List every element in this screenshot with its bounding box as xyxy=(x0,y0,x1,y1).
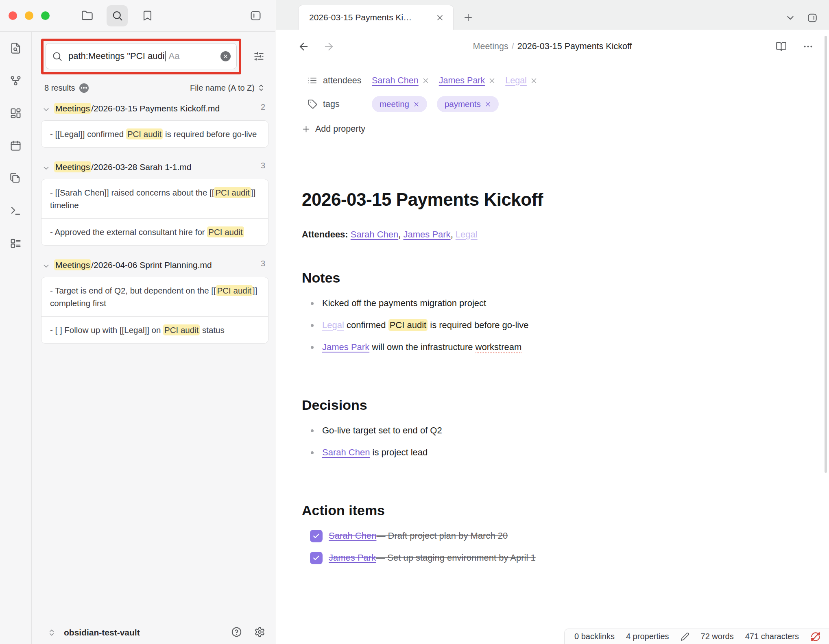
folder-icon[interactable] xyxy=(76,5,98,26)
navigate-forward-icon[interactable] xyxy=(321,39,336,54)
section-heading: Decisions xyxy=(302,397,796,413)
bullet-dot xyxy=(311,451,314,454)
internal-link[interactable]: James Park xyxy=(403,229,450,239)
sync-error-icon[interactable] xyxy=(810,631,821,642)
remove-value-icon[interactable] xyxy=(422,77,429,84)
bookmark-icon[interactable] xyxy=(137,5,158,26)
calendar-icon[interactable] xyxy=(7,137,25,154)
chevron-up-down-icon xyxy=(48,629,56,637)
add-property-button[interactable]: Add property xyxy=(302,124,796,134)
bullet-dot xyxy=(311,324,314,327)
search-query-text: path:Meetings "PCI audi xyxy=(68,51,165,61)
scrollbar-thumb[interactable] xyxy=(825,36,827,473)
search-result-file[interactable]: Meetings/2026-03-28 Sarah 1-1.md3 xyxy=(41,159,268,176)
left-sidebar: path:Meetings "PCI audi Aa 8 results Fil… xyxy=(0,0,275,644)
internal-link[interactable]: Sarah Chen xyxy=(322,447,370,457)
remove-tag-icon[interactable] xyxy=(413,101,419,107)
breadcrumb-parent[interactable]: Meetings xyxy=(473,41,508,51)
property-label: attendees xyxy=(323,76,361,86)
internal-link[interactable]: Legal xyxy=(322,320,344,330)
search-settings-icon[interactable] xyxy=(251,49,266,63)
internal-link[interactable]: Sarah Chen xyxy=(351,229,398,239)
section-heading: Action items xyxy=(302,503,796,518)
clear-search-icon[interactable] xyxy=(220,51,231,61)
collapse-chevron-icon[interactable] xyxy=(42,104,50,115)
search-input[interactable]: path:Meetings "PCI audi Aa xyxy=(46,43,237,69)
property-key[interactable]: tags xyxy=(302,99,372,109)
new-tab-icon[interactable] xyxy=(459,9,477,26)
collapse-left-sidebar-icon[interactable] xyxy=(245,5,266,26)
more-options-icon[interactable] xyxy=(801,39,815,54)
zoom-window-button[interactable] xyxy=(41,11,50,20)
word-count-status: 72 words xyxy=(701,632,734,641)
sidebar-topbar xyxy=(0,0,275,32)
canvas-icon[interactable] xyxy=(7,104,25,122)
tag-pill[interactable]: payments xyxy=(437,96,499,112)
remove-tag-icon[interactable] xyxy=(485,101,491,107)
search-result-snippet[interactable]: - Approved the external consultant hire … xyxy=(41,218,268,245)
search-result-snippet[interactable]: - [[Sarah Chen]] raised concerns about t… xyxy=(41,179,268,218)
internal-link[interactable]: Legal xyxy=(505,76,527,86)
close-tab-icon[interactable] xyxy=(434,11,446,24)
collapse-chevron-icon[interactable] xyxy=(42,260,50,272)
internal-link[interactable]: Sarah Chen xyxy=(329,525,376,547)
tab-list-chevron-icon[interactable] xyxy=(785,13,796,25)
result-file-name: Meetings/2026-04-06 Sprint Planning.md xyxy=(54,258,256,272)
results-count[interactable]: 8 results xyxy=(44,83,89,93)
task-checkbox[interactable] xyxy=(310,530,323,542)
breadcrumb-current[interactable]: 2026-03-15 Payments Kickoff xyxy=(517,41,632,51)
property-key[interactable]: attendees xyxy=(302,76,372,86)
search-result-group: Meetings/2026-03-15 Payments Kickoff.md2… xyxy=(41,100,268,148)
tag-pill[interactable]: meeting xyxy=(372,96,427,112)
expand-right-sidebar-icon[interactable] xyxy=(807,13,818,25)
highlighted-text: Meetings xyxy=(54,259,91,270)
tab-active[interactable]: 2026-03-15 Payments Ki… xyxy=(298,5,454,30)
minimize-window-button[interactable] xyxy=(25,11,33,20)
internal-link[interactable]: Sarah Chen xyxy=(372,76,419,86)
collapse-chevron-icon[interactable] xyxy=(42,162,50,174)
graph-icon[interactable] xyxy=(7,72,25,89)
properties-status[interactable]: 4 properties xyxy=(626,632,669,641)
internal-link[interactable]: James Park xyxy=(329,547,376,569)
highlighted-text: PCI audit xyxy=(207,226,244,237)
task-item: Sarah Chen — Draft project plan by March… xyxy=(302,525,796,547)
help-icon[interactable] xyxy=(231,627,242,639)
search-result-file[interactable]: Meetings/2026-04-06 Sprint Planning.md3 xyxy=(41,257,268,274)
navigate-back-icon[interactable] xyxy=(296,39,311,54)
search-result-group: Meetings/2026-03-28 Sarah 1-1.md3- [[Sar… xyxy=(41,159,268,246)
search-result-snippet[interactable]: - [ ] Follow up with [[Legal]] on PCI au… xyxy=(41,316,268,343)
terminal-icon[interactable] xyxy=(7,202,25,220)
results-more-icon[interactable] xyxy=(79,83,89,93)
internal-link[interactable]: James Park xyxy=(322,342,369,352)
search-result-file[interactable]: Meetings/2026-03-15 Payments Kickoff.md2 xyxy=(41,100,268,117)
search-pane: path:Meetings "PCI audi Aa 8 results Fil… xyxy=(32,32,275,621)
backlinks-status[interactable]: 0 backlinks xyxy=(574,632,615,641)
task-checkbox[interactable] xyxy=(310,552,323,564)
file-search-icon[interactable] xyxy=(7,39,25,57)
search-result-snippet[interactable]: - Target is end of Q2, but dependent on … xyxy=(41,277,268,316)
remove-value-icon[interactable] xyxy=(530,77,537,84)
section-list: Kicked off the payments migration projec… xyxy=(302,292,796,358)
properties-container: attendeesSarah ChenJames ParkLegaltagsme… xyxy=(302,69,796,116)
result-count-badge: 2 xyxy=(261,102,265,112)
breadcrumb: Meetings/2026-03-15 Payments Kickoff xyxy=(276,41,829,52)
internal-link[interactable]: James Park xyxy=(439,76,485,86)
char-count-status: 471 characters xyxy=(745,632,799,641)
close-window-button[interactable] xyxy=(9,11,17,20)
list-icon xyxy=(308,76,317,85)
remove-value-icon[interactable] xyxy=(489,77,495,84)
internal-link[interactable]: Legal xyxy=(456,229,478,239)
property-link-value: Sarah Chen xyxy=(372,76,429,86)
list-todo-icon[interactable] xyxy=(7,234,25,252)
search-result-snippet[interactable]: - [[Legal]] confirmed PCI audit is requi… xyxy=(41,121,268,147)
sort-order-button[interactable]: File name (A to Z) xyxy=(190,83,265,93)
edit-mode-icon[interactable] xyxy=(681,632,689,641)
match-case-toggle[interactable]: Aa xyxy=(169,51,180,61)
main-pane: 2026-03-15 Payments Ki… xyxy=(276,0,829,644)
vault-name[interactable]: obsidian-test-vault xyxy=(64,628,140,637)
copy-icon[interactable] xyxy=(7,169,25,187)
reading-mode-icon[interactable] xyxy=(774,39,788,54)
result-file-name: Meetings/2026-03-28 Sarah 1-1.md xyxy=(54,160,256,174)
settings-gear-icon[interactable] xyxy=(254,627,265,639)
search-icon[interactable] xyxy=(107,5,128,26)
